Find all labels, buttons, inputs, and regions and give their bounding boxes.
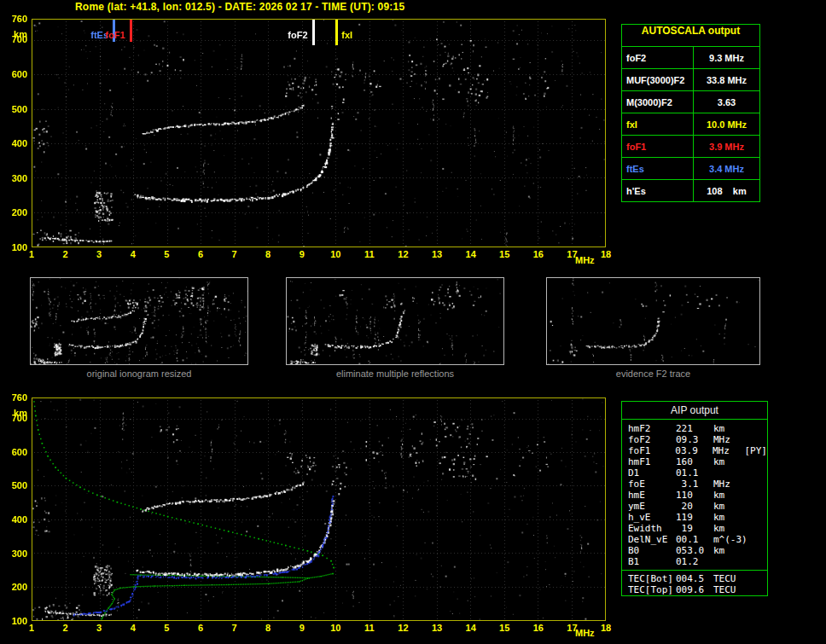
aip-value: 004.5	[676, 573, 708, 584]
aip-unit	[708, 556, 746, 567]
marker-foF1-label: foF1	[106, 30, 125, 40]
station-date-title: Rome (lat: +41.8, lon: 012.5) - DATE: 20…	[75, 1, 404, 13]
x-axis-tick-label: 13	[427, 249, 447, 259]
aip-row: foF103.9MHz[PY]	[628, 445, 767, 456]
y-axis-tick-label: 200	[5, 207, 27, 218]
aip-param: B0	[628, 545, 676, 556]
x-axis-tick-label: 4	[123, 249, 143, 259]
aip-value: 19	[676, 523, 708, 534]
aip-unit: TECU	[708, 573, 746, 584]
aip-tec-row: TEC[Top]009.6TECU	[628, 584, 767, 595]
y-axis-tick-label: 500	[5, 480, 27, 490]
y-axis-tick-label: 760	[5, 14, 27, 24]
x-axis-tick-label: 14	[461, 623, 481, 633]
aip-value: 00.1	[676, 534, 708, 545]
aip-param: foE	[628, 479, 676, 490]
x-axis-tick-label: 14	[461, 249, 481, 259]
x-axis-tick-label: 12	[393, 249, 413, 259]
y-axis-tick-label: 760	[5, 392, 27, 403]
aip-param: h_vE	[628, 512, 676, 523]
aip-value: 01.2	[676, 556, 708, 567]
aip-value: 119	[676, 512, 708, 523]
aip-row: hmE110km	[628, 490, 767, 501]
aip-unit: km	[708, 523, 746, 534]
marker-fxI-label: fxI	[341, 30, 352, 40]
x-axis-tick-label: 13	[427, 623, 447, 633]
autoscala-row: h'Es108 km	[622, 179, 759, 201]
aip-value: 01.1	[676, 467, 708, 479]
thumbnail-original-ionogram	[30, 277, 248, 365]
aip-param: B1	[628, 556, 676, 567]
autoscala-output-panel: AUTOSCALA output foF29.3 MHzMUF(3000)F23…	[621, 24, 760, 202]
aip-value: 009.6	[676, 584, 708, 595]
autoscala-row: MUF(3000)F233.8 MHz	[622, 68, 759, 90]
aip-value: 09.3	[676, 434, 708, 445]
aip-output-title: AIP output	[622, 402, 767, 420]
aip-param: TEC[Bot]	[628, 573, 676, 584]
thumbnail-caption-evidence: evidence F2 trace	[546, 368, 760, 379]
x-axis-tick-label: 5	[156, 623, 177, 633]
aip-output-panel: AIP output hmF2221kmfoF209.3MHzfoF103.9M…	[621, 401, 768, 596]
autoscala-window: Rome (lat: +41.8, lon: 012.5) - DATE: 20…	[0, 0, 826, 644]
x-axis-unit-label: MHz	[575, 255, 604, 265]
aip-row: hmF2221km	[628, 423, 767, 434]
marker-foF2-tick	[312, 20, 315, 45]
y-axis-tick-label: 400	[5, 514, 27, 525]
aip-param: Ewidth	[628, 523, 676, 534]
aip-value: 03.9	[675, 445, 707, 456]
marker-fxI-tick	[335, 20, 338, 45]
aip-row: foF209.3MHz	[628, 434, 767, 445]
aip-unit: MHz	[708, 434, 746, 445]
autoscala-value: 3.63	[694, 91, 759, 113]
x-axis-tick-label: 9	[292, 623, 312, 633]
x-axis-tick-label: 9	[292, 249, 312, 259]
aip-value: 160	[676, 456, 708, 467]
y-axis-tick-label: 600	[5, 447, 27, 457]
autoscala-param: MUF(3000)F2	[622, 69, 694, 90]
aip-unit: MHz	[707, 445, 745, 456]
aip-row: DelN_vE00.1m^(-3)	[628, 534, 767, 545]
thumbnail-caption-original: original ionogram resized	[30, 368, 248, 379]
aip-param: hmF2	[628, 423, 676, 434]
aip-output-rows: hmF2221kmfoF209.3MHzfoF103.9MHz[PY]hmF11…	[622, 420, 767, 567]
aip-param: DelN_vE	[628, 534, 676, 545]
aip-value: 053.0	[676, 545, 708, 556]
aip-param: hmE	[628, 490, 676, 501]
y-axis-tick-label: 400	[5, 138, 27, 148]
autoscala-param: ftEs	[622, 158, 694, 179]
autoscala-output-rows: foF29.3 MHzMUF(3000)F233.8 MHzM(3000)F23…	[622, 46, 759, 201]
aip-unit: m^(-3)	[708, 534, 746, 545]
aip-unit	[708, 467, 746, 479]
x-axis-tick-label: 1	[21, 623, 42, 633]
thumbnail-evidence-f2	[546, 277, 760, 365]
autoscala-value: 9.3 MHz	[694, 47, 759, 68]
autoscala-output-title: AUTOSCALA output	[622, 25, 759, 46]
autoscala-row: ftEs3.4 MHz	[622, 157, 759, 179]
aip-value: 3.1	[676, 479, 708, 490]
aip-param: ymE	[628, 501, 676, 512]
autoscala-row: foF29.3 MHz	[622, 46, 759, 68]
x-axis-tick-label: 4	[123, 623, 143, 633]
y-axis-tick-label: 200	[5, 582, 27, 592]
x-axis-tick-label: 3	[89, 623, 109, 633]
aip-param: foF2	[628, 434, 676, 445]
x-axis-tick-label: 10	[325, 623, 346, 633]
x-axis-tick-label: 11	[359, 249, 380, 259]
aip-unit: km	[708, 512, 746, 523]
aip-row: ymE 20km	[628, 501, 767, 512]
thumbnail-eliminate-canvas	[287, 278, 503, 364]
autoscala-row: M(3000)F23.63	[622, 90, 759, 113]
aip-row: B0053.0km	[628, 545, 767, 556]
autoscala-row: fxI10.0 MHz	[622, 113, 759, 135]
y-axis-tick-label: 300	[5, 548, 27, 559]
thumbnail-eliminate-reflections	[286, 277, 504, 365]
aip-row: D101.1	[628, 467, 767, 479]
autoscala-value: 108 km	[694, 180, 759, 201]
autoscala-value: 3.9 MHz	[694, 136, 759, 157]
marker-foF2-label: foF2	[288, 30, 307, 40]
x-axis-tick-label: 6	[190, 623, 211, 633]
aip-param: foF1	[628, 445, 675, 456]
aip-unit: km	[708, 501, 746, 512]
aip-row: B101.2	[628, 556, 767, 567]
x-axis-tick-label: 11	[359, 623, 380, 633]
